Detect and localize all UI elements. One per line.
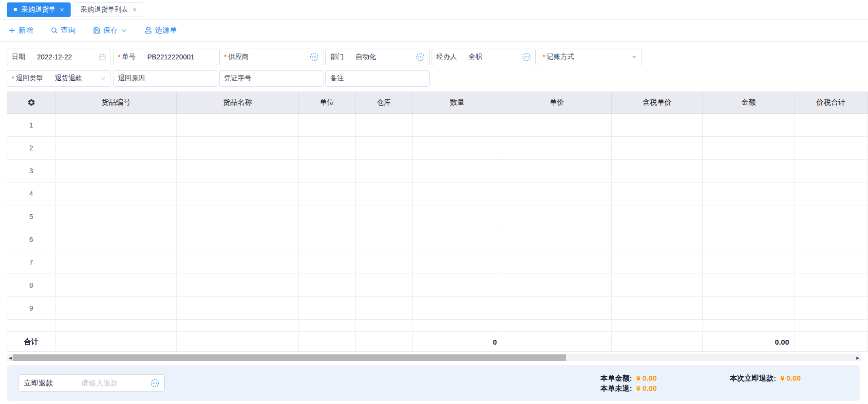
item-cell[interactable]: [56, 205, 177, 228]
item-cell[interactable]: [502, 205, 612, 228]
item-cell[interactable]: [299, 297, 356, 320]
item-cell[interactable]: [177, 251, 299, 274]
select-source-button[interactable]: 选源单: [145, 26, 177, 35]
scroll-right-arrow-icon[interactable]: ▶: [854, 354, 861, 361]
item-cell[interactable]: [612, 274, 703, 297]
close-tab-icon[interactable]: ×: [60, 6, 64, 13]
item-cell[interactable]: [413, 274, 502, 297]
tab-purchase-return[interactable]: 采购退货单 ×: [7, 2, 71, 17]
item-cell[interactable]: [794, 114, 868, 137]
immediate-refund-field[interactable]: 立即退款 请输入退款: [19, 374, 165, 392]
item-cell[interactable]: [612, 297, 703, 320]
item-cell[interactable]: [356, 160, 413, 183]
query-button[interactable]: 查询: [51, 26, 75, 35]
horizontal-scrollbar[interactable]: ◀ ▶: [7, 354, 861, 361]
accounting-method-field[interactable]: * 记账方式: [538, 49, 642, 65]
item-cell[interactable]: [703, 160, 794, 183]
item-cell[interactable]: [356, 274, 413, 297]
item-cell[interactable]: [703, 297, 794, 320]
item-cell[interactable]: [56, 183, 177, 205]
item-cell[interactable]: [356, 183, 413, 205]
item-cell[interactable]: [299, 160, 356, 183]
item-cell[interactable]: [356, 205, 413, 228]
item-cell[interactable]: [413, 228, 502, 251]
item-cell[interactable]: [413, 297, 502, 320]
item-cell[interactable]: [177, 114, 299, 137]
scrollbar-thumb[interactable]: [13, 354, 566, 361]
item-cell[interactable]: [794, 160, 868, 183]
item-cell[interactable]: [177, 297, 299, 320]
item-cell[interactable]: [502, 137, 612, 160]
save-button[interactable]: 保存: [93, 26, 127, 35]
item-cell[interactable]: [177, 228, 299, 251]
item-cell[interactable]: [299, 114, 356, 137]
item-cell[interactable]: [177, 183, 299, 205]
item-cell[interactable]: [177, 137, 299, 160]
item-cell[interactable]: [703, 114, 794, 137]
department-field[interactable]: 部门 自动化: [325, 49, 430, 65]
remark-field[interactable]: 备注: [325, 70, 430, 87]
item-cell[interactable]: [177, 160, 299, 183]
item-cell[interactable]: [56, 297, 177, 320]
item-cell[interactable]: [502, 114, 612, 137]
item-cell[interactable]: [703, 228, 794, 251]
return-type-field[interactable]: * 退回类型 退货退款: [7, 70, 111, 87]
item-cell[interactable]: [356, 137, 413, 160]
item-cell[interactable]: [56, 114, 177, 137]
item-cell[interactable]: [413, 251, 502, 274]
ellipsis-picker-icon[interactable]: [151, 379, 159, 387]
item-cell[interactable]: [703, 183, 794, 205]
item-cell[interactable]: [502, 251, 612, 274]
item-cell[interactable]: [703, 251, 794, 274]
item-cell[interactable]: [794, 183, 868, 205]
item-cell[interactable]: [703, 274, 794, 297]
item-cell[interactable]: [299, 251, 356, 274]
item-cell[interactable]: [612, 228, 703, 251]
chevron-down-icon[interactable]: [121, 27, 127, 34]
item-cell[interactable]: [356, 228, 413, 251]
item-cell[interactable]: [794, 205, 868, 228]
item-cell[interactable]: [356, 114, 413, 137]
handler-field[interactable]: 经办人 全职: [432, 49, 536, 65]
item-cell[interactable]: [413, 183, 502, 205]
item-cell[interactable]: [413, 205, 502, 228]
item-cell[interactable]: [612, 205, 703, 228]
supplier-field[interactable]: * 供应商: [219, 49, 323, 65]
item-cell[interactable]: [356, 251, 413, 274]
ellipsis-picker-icon[interactable]: [416, 53, 425, 61]
item-cell[interactable]: [794, 274, 868, 297]
item-cell[interactable]: [413, 160, 502, 183]
item-cell[interactable]: [356, 297, 413, 320]
item-cell[interactable]: [794, 297, 868, 320]
item-cell[interactable]: [502, 274, 612, 297]
item-cell[interactable]: [56, 274, 177, 297]
item-cell[interactable]: [56, 251, 177, 274]
item-cell[interactable]: [794, 228, 868, 251]
item-cell[interactable]: [177, 274, 299, 297]
item-cell[interactable]: [794, 251, 868, 274]
close-tab-icon[interactable]: ×: [132, 6, 136, 13]
ellipsis-picker-icon[interactable]: [310, 53, 319, 61]
item-cell[interactable]: [299, 205, 356, 228]
item-cell[interactable]: [299, 228, 356, 251]
item-cell[interactable]: [612, 160, 703, 183]
return-reason-field[interactable]: 退回原因: [113, 70, 217, 87]
item-cell[interactable]: [612, 251, 703, 274]
item-cell[interactable]: [502, 297, 612, 320]
voucher-no-field[interactable]: 凭证字号: [219, 70, 323, 87]
ellipsis-picker-icon[interactable]: [522, 53, 531, 61]
tab-purchase-return-list[interactable]: 采购退货单列表 ×: [74, 2, 143, 17]
item-cell[interactable]: [703, 137, 794, 160]
item-cell[interactable]: [612, 137, 703, 160]
item-cell[interactable]: [299, 137, 356, 160]
column-settings-button[interactable]: [7, 92, 56, 114]
item-cell[interactable]: [299, 183, 356, 205]
chevron-down-icon[interactable]: [99, 75, 106, 82]
calendar-icon[interactable]: [98, 53, 106, 61]
item-cell[interactable]: [502, 183, 612, 205]
item-cell[interactable]: [177, 205, 299, 228]
item-cell[interactable]: [56, 160, 177, 183]
item-cell[interactable]: [56, 228, 177, 251]
item-cell[interactable]: [502, 160, 612, 183]
item-cell[interactable]: [413, 114, 502, 137]
